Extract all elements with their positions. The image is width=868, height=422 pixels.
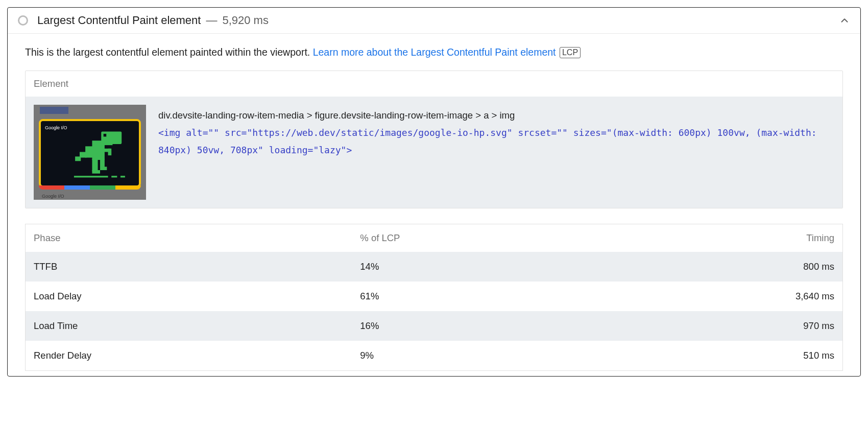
cell-timing: 970 ms — [599, 311, 842, 341]
svg-rect-12 — [100, 167, 107, 171]
table-row: Load Delay 61% 3,640 ms — [26, 282, 843, 311]
table-row: Load Time 16% 970 ms — [26, 311, 843, 341]
chevron-up-icon[interactable] — [839, 15, 850, 26]
svg-rect-13 — [74, 176, 108, 177]
col-phase: Phase — [26, 224, 352, 252]
cell-phase: Load Delay — [26, 282, 352, 311]
learn-more-link[interactable]: Learn more about the Largest Contentful … — [313, 46, 556, 58]
audit-body: This is the largest contentful element p… — [8, 34, 860, 376]
table-row: TTFB 14% 800 ms — [26, 252, 843, 282]
element-snippet: <img alt="" src="https://web.dev/static/… — [158, 124, 833, 158]
element-card: Element Google I/O — [25, 71, 843, 208]
cell-pct: 16% — [352, 311, 599, 341]
element-card-body: Google I/O — [26, 97, 842, 208]
thumb-caption: Google I/O — [42, 194, 64, 199]
dino-icon — [69, 129, 131, 180]
cell-phase: TTFB — [26, 252, 352, 282]
col-pct: % of LCP — [352, 224, 599, 252]
svg-rect-4 — [85, 147, 93, 158]
element-card-heading: Element — [26, 71, 842, 97]
phase-table-header-row: Phase % of LCP Timing — [26, 224, 843, 252]
cell-pct: 9% — [352, 341, 599, 371]
audit-metric: 5,920 ms — [222, 14, 269, 27]
svg-rect-15 — [120, 176, 125, 177]
svg-rect-14 — [111, 176, 117, 177]
col-timing: Timing — [599, 224, 842, 252]
element-text: div.devsite-landing-row-item-media > fig… — [158, 105, 833, 158]
element-thumbnail: Google I/O — [34, 105, 146, 200]
cell-phase: Load Time — [26, 311, 352, 341]
cell-timing: 3,640 ms — [599, 282, 842, 311]
svg-rect-2 — [104, 134, 107, 137]
audit-title: Largest Contentful Paint element — [37, 14, 201, 27]
thumb-google-label: Google I/O — [45, 125, 67, 130]
svg-rect-8 — [108, 149, 112, 155]
cell-pct: 61% — [352, 282, 599, 311]
phase-table: Phase % of LCP Timing TTFB 14% 800 ms Lo… — [25, 224, 843, 371]
cell-timing: 510 ms — [599, 341, 842, 371]
cell-timing: 800 ms — [599, 252, 842, 282]
selector-path: div.devsite-landing-row-item-media > fig… — [158, 107, 833, 124]
svg-rect-3 — [92, 140, 104, 160]
cell-phase: Render Delay — [26, 341, 352, 371]
audit-description: This is the largest contentful element p… — [25, 45, 843, 59]
lcp-audit-panel: Largest Contentful Paint element — 5,920… — [7, 7, 861, 377]
description-intro: This is the largest contentful element p… — [25, 46, 313, 58]
lcp-badge: LCP — [560, 47, 581, 58]
svg-rect-10 — [92, 170, 100, 174]
title-separator: — — [206, 14, 217, 27]
cell-pct: 14% — [352, 252, 599, 282]
svg-rect-11 — [100, 159, 105, 168]
audit-header[interactable]: Largest Contentful Paint element — 5,920… — [8, 8, 860, 34]
table-row: Render Delay 9% 510 ms — [26, 341, 843, 371]
svg-rect-9 — [92, 159, 98, 171]
svg-rect-6 — [75, 157, 81, 161]
status-ring-icon — [18, 15, 28, 26]
